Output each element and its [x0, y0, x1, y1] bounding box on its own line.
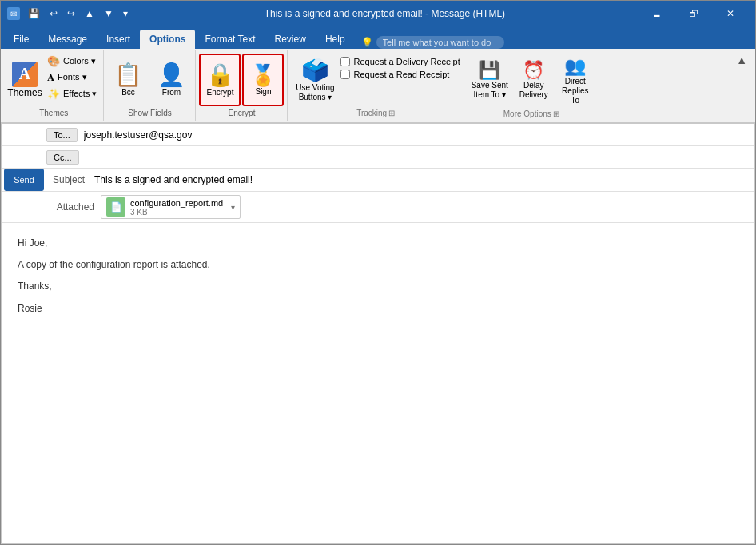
subject-row: Send Subject: [2, 169, 754, 192]
to-button[interactable]: To...: [46, 128, 78, 142]
voting-icon: 🗳️: [301, 59, 329, 82]
more-options-group: 💾 Save Sent Item To ▾ ⏰ Delay Delivery 👥…: [464, 50, 599, 121]
window-controls: 🗕 🗗 ✕: [639, 1, 749, 26]
attachment-chevron-icon[interactable]: ▾: [231, 203, 235, 212]
redo-button[interactable]: ↪: [64, 6, 78, 21]
voting-label: Use Voting Buttons ▾: [296, 83, 334, 102]
tracking-checkboxes: Request a Delivery Receipt Request a Rea…: [340, 54, 460, 82]
up-button[interactable]: ▲: [82, 6, 97, 21]
tab-message[interactable]: Message: [38, 30, 97, 49]
attachment-name: configuration_report.md: [130, 198, 223, 208]
cc-input[interactable]: [82, 150, 754, 165]
attachment-size: 3 KB: [130, 208, 223, 217]
more-quick-button[interactable]: ▾: [120, 6, 131, 21]
themes-group-label: Themes: [7, 107, 100, 119]
restore-button[interactable]: 🗗: [675, 1, 712, 26]
attachment-row: Attached 📄 configuration_report.md 3 KB …: [2, 192, 754, 223]
themes-sub-buttons: 🎨 Colors ▾ 𝐀 Fonts ▾ ✨ Effects ▾: [44, 54, 100, 101]
more-options-content: 💾 Save Sent Item To ▾ ⏰ Delay Delivery 👥…: [468, 52, 595, 108]
colors-icon: 🎨: [47, 55, 60, 67]
more-options-expand-icon[interactable]: ⊞: [553, 109, 559, 118]
subject-label: Subject: [46, 174, 91, 185]
email-compose-area: To... Cc... Send Subject Attached 📄 conf…: [1, 123, 755, 544]
encrypt-group-content: 🔒 Encrypt 🏅 Sign: [199, 52, 284, 107]
show-fields-content: 📋 Bcc 👤 From: [107, 52, 192, 107]
show-fields-group: 📋 Bcc 👤 From Show Fields: [104, 50, 196, 121]
voting-buttons-button[interactable]: 🗳️ Use Voting Buttons ▾: [291, 54, 339, 106]
save-sent-button[interactable]: 💾 Save Sent Item To ▾: [468, 54, 512, 106]
delivery-receipt-checkbox[interactable]: [340, 57, 350, 66]
encrypt-button[interactable]: 🔒 Encrypt: [199, 54, 241, 106]
effects-button[interactable]: ✨ Effects ▾: [44, 86, 100, 101]
tell-me-area: 💡: [361, 36, 504, 49]
sign-button[interactable]: 🏅 Sign: [242, 54, 284, 106]
encrypt-label: Encrypt: [207, 88, 234, 97]
encrypt-icon: 🔒: [206, 64, 234, 86]
fonts-label: Fonts ▾: [58, 72, 87, 82]
tell-me-input[interactable]: [376, 36, 504, 49]
direct-replies-button[interactable]: 👥 Direct Replies To: [555, 54, 595, 108]
to-input[interactable]: [81, 128, 754, 142]
tab-file[interactable]: File: [4, 30, 38, 49]
title-bar: ✉ 💾 ↩ ↪ ▲ ▼ ▾ This is a signed and encry…: [1, 1, 755, 26]
subject-input[interactable]: [91, 173, 754, 187]
tracking-expand-icon[interactable]: ⊞: [388, 109, 395, 117]
window-title: This is a signed and encrypted email! - …: [131, 8, 639, 19]
themes-icon: A: [12, 62, 38, 87]
encrypt-group: 🔒 Encrypt 🏅 Sign Encrypt: [196, 50, 288, 121]
effects-icon: ✨: [47, 88, 60, 100]
themes-icon-letter: A: [19, 65, 30, 83]
tab-insert[interactable]: Insert: [97, 30, 140, 49]
read-receipt-item[interactable]: Request a Read Receipt: [340, 70, 460, 79]
from-button[interactable]: 👤 From: [150, 54, 192, 106]
attachment-chip[interactable]: 📄 configuration_report.md 3 KB ▾: [101, 195, 241, 219]
close-button[interactable]: ✕: [712, 1, 749, 26]
attached-label: Attached: [46, 201, 101, 213]
subject-send-area: Send: [2, 169, 46, 191]
lightbulb-icon: 💡: [361, 37, 373, 48]
fonts-icon: 𝐀: [47, 71, 54, 84]
quick-access-toolbar: 💾 ↩ ↪ ▲ ▼ ▾: [25, 6, 131, 21]
save-quick-button[interactable]: 💾: [25, 6, 43, 21]
body-thanks: Thanks,: [18, 279, 738, 294]
read-receipt-checkbox[interactable]: [340, 70, 350, 79]
tab-review[interactable]: Review: [265, 30, 316, 49]
show-fields-label: Show Fields: [107, 107, 192, 119]
colors-button[interactable]: 🎨 Colors ▾: [44, 54, 100, 69]
encrypt-group-label: Encrypt: [199, 107, 284, 119]
save-sent-icon: 💾: [479, 62, 500, 79]
tab-format-text[interactable]: Format Text: [195, 30, 265, 49]
attachment-info: configuration_report.md 3 KB: [130, 198, 223, 217]
title-bar-left: ✉ 💾 ↩ ↪ ▲ ▼ ▾: [7, 6, 131, 21]
direct-replies-icon: 👥: [564, 58, 586, 75]
undo-button[interactable]: ↩: [46, 6, 61, 21]
body-greeting: Hi Joe,: [18, 236, 738, 251]
tracking-group-label: Tracking ⊞: [291, 107, 460, 119]
more-options-label: More Options ⊞: [468, 108, 595, 120]
tab-help[interactable]: Help: [316, 30, 355, 49]
bcc-button[interactable]: 📋 Bcc: [107, 54, 149, 106]
direct-replies-label: Direct Replies To: [558, 77, 593, 105]
bcc-icon: 📋: [114, 64, 142, 86]
down-button[interactable]: ▼: [101, 6, 117, 21]
delivery-receipt-label: Request a Delivery Receipt: [353, 57, 460, 66]
cc-button[interactable]: Cc...: [46, 150, 79, 165]
delay-delivery-label: Delay Delivery: [519, 81, 548, 100]
tracking-group-content: 🗳️ Use Voting Buttons ▾ Request a Delive…: [291, 52, 460, 107]
collapse-ribbon-button[interactable]: ▲: [731, 52, 752, 68]
read-receipt-label: Request a Read Receipt: [353, 70, 449, 79]
from-icon: 👤: [157, 64, 185, 86]
minimize-button[interactable]: 🗕: [639, 1, 675, 26]
fonts-button[interactable]: 𝐀 Fonts ▾: [44, 70, 100, 86]
delay-delivery-icon: ⏰: [523, 62, 544, 79]
save-sent-label: Save Sent Item To ▾: [472, 81, 508, 100]
tab-options[interactable]: Options: [140, 30, 195, 49]
colors-label: Colors ▾: [63, 56, 96, 66]
email-body[interactable]: Hi Joe, A copy of the configuration repo…: [2, 223, 754, 543]
delay-delivery-button[interactable]: ⏰ Delay Delivery: [514, 54, 554, 106]
effects-label: Effects ▾: [63, 89, 97, 99]
body-main: A copy of the configuration report is at…: [18, 257, 738, 272]
send-button[interactable]: Send: [4, 169, 44, 191]
themes-button[interactable]: A Themes: [7, 54, 42, 106]
delivery-receipt-item[interactable]: Request a Delivery Receipt: [340, 57, 460, 66]
